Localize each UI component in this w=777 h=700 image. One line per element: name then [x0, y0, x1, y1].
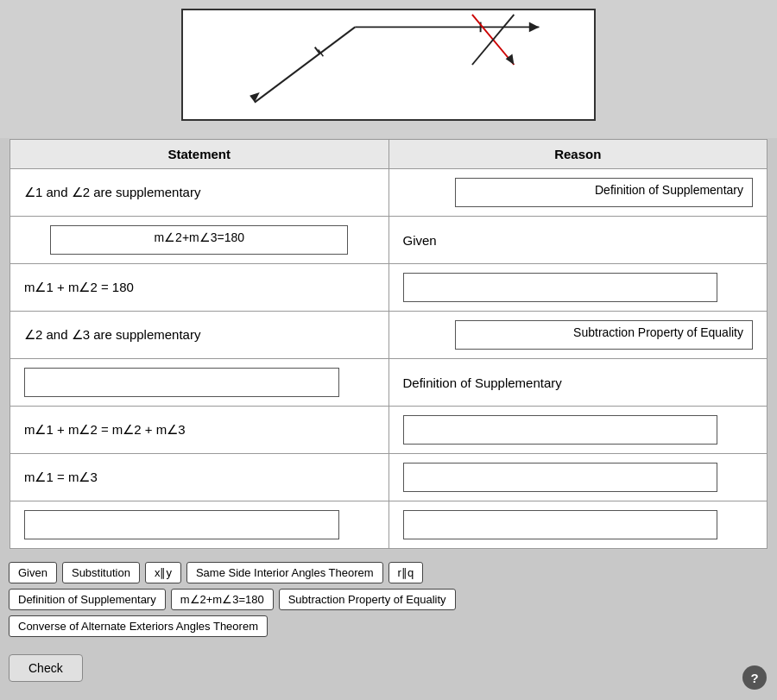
proof-container: Statement Reason ∠1 and ∠2 are supplemen… — [9, 138, 768, 550]
reason-text-2: Given — [403, 233, 437, 248]
diagram-area — [0, 0, 777, 138]
svg-marker-1 — [250, 92, 260, 103]
geometry-diagram — [181, 9, 596, 121]
statement-input-8[interactable] — [24, 510, 339, 539]
statement-header: Statement — [10, 140, 389, 169]
reason-cell-3 — [388, 264, 768, 312]
reason-cell-4: Subtraction Property of Equality — [388, 312, 768, 359]
question-badge[interactable]: ? — [742, 665, 767, 690]
chip-substitution[interactable]: Substitution — [62, 562, 140, 583]
reason-cell-2: Given — [388, 217, 768, 264]
proof-table: Statement Reason ∠1 and ∠2 are supplemen… — [9, 139, 768, 549]
statement-text-1: ∠1 and ∠2 are supplementary — [24, 185, 200, 199]
chip-rlq[interactable]: r∥q — [388, 562, 424, 583]
reason-cell-8 — [388, 501, 768, 549]
reason-input-7[interactable] — [403, 463, 718, 492]
chip-subtraction-property[interactable]: Subtraction Property of Equality — [279, 589, 456, 610]
reason-input-8[interactable] — [403, 510, 718, 539]
reason-cell-6 — [388, 407, 768, 454]
chips-area: Given Substitution x∥y Same Side Interio… — [9, 562, 768, 637]
statement-input-5[interactable] — [24, 368, 339, 397]
reason-input-text-1: Definition of Supplementary — [595, 183, 743, 197]
statement-cell-8 — [10, 501, 389, 549]
reason-input-3[interactable] — [403, 273, 718, 302]
table-row — [10, 501, 768, 549]
statement-input-text-2: m∠2+m∠3=180 — [154, 230, 244, 244]
chip-converse-alternate[interactable]: Converse of Alternate Exteriors Angles T… — [9, 615, 268, 637]
statement-cell-1: ∠1 and ∠2 are supplementary — [10, 169, 389, 217]
table-row: ∠2 and ∠3 are supplementary Subtraction … — [10, 312, 768, 359]
table-row: m∠1 = m∠3 — [10, 454, 768, 501]
table-row: ∠1 and ∠2 are supplementary Definition o… — [10, 169, 768, 217]
svg-line-0 — [255, 27, 355, 102]
chips-row-1: Given Substitution x∥y Same Side Interio… — [9, 562, 768, 583]
reason-text-5: Definition of Supplementary — [403, 375, 562, 390]
reason-input-1[interactable]: Definition of Supplementary — [455, 178, 753, 207]
reason-input-6[interactable] — [403, 415, 718, 445]
reason-input-text-4: Subtraction Property of Equality — [573, 325, 743, 339]
check-button[interactable]: Check — [9, 654, 83, 682]
reason-cell-5: Definition of Supplementary — [388, 359, 768, 407]
statement-text-4: ∠2 and ∠3 are supplementary — [24, 327, 200, 342]
chip-mangle-equation[interactable]: m∠2+m∠3=180 — [171, 589, 274, 610]
statement-text-6: m∠1 + m∠2 = m∠2 + m∠3 — [24, 422, 186, 437]
reason-cell-7 — [388, 454, 768, 501]
reason-header: Reason — [388, 140, 768, 169]
reason-input-4[interactable]: Subtraction Property of Equality — [455, 320, 753, 350]
statement-cell-4: ∠2 and ∠3 are supplementary — [10, 312, 389, 359]
statement-text-7: m∠1 = m∠3 — [24, 470, 98, 484]
table-row: Definition of Supplementary — [10, 359, 768, 407]
statement-cell-3: m∠1 + m∠2 = 180 — [10, 264, 389, 312]
chip-given[interactable]: Given — [9, 562, 57, 583]
table-row: m∠2+m∠3=180 Given — [10, 217, 768, 264]
table-row: m∠1 + m∠2 = m∠2 + m∠3 — [10, 407, 768, 454]
svg-marker-5 — [529, 22, 540, 33]
reason-cell-1: Definition of Supplementary — [388, 169, 768, 217]
statement-text-3: m∠1 + m∠2 = 180 — [24, 280, 134, 294]
statement-cell-7: m∠1 = m∠3 — [10, 454, 389, 501]
chip-xly[interactable]: x∥y — [145, 562, 181, 583]
statement-cell-2: m∠2+m∠3=180 — [10, 217, 389, 264]
statement-input-2[interactable]: m∠2+m∠3=180 — [50, 225, 348, 255]
chips-row-3: Converse of Alternate Exteriors Angles T… — [9, 615, 768, 637]
table-row: m∠1 + m∠2 = 180 — [10, 264, 768, 312]
chip-same-side[interactable]: Same Side Interior Angles Theorem — [186, 562, 383, 583]
statement-cell-5 — [10, 359, 389, 407]
chips-row-2: Definition of Supplementary m∠2+m∠3=180 … — [9, 589, 768, 610]
statement-cell-6: m∠1 + m∠2 = m∠2 + m∠3 — [10, 407, 389, 454]
chip-def-supplementary[interactable]: Definition of Supplementary — [9, 589, 166, 610]
